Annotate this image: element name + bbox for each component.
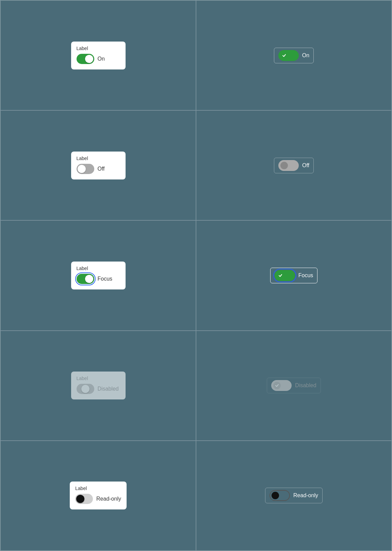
inline-on-container: On [274,48,314,63]
cell-disabled-inline: Disabled [196,331,392,441]
card-readonly: Label Read-only [70,482,127,509]
toggle-on-knob [85,55,93,63]
card-on-content: On [77,54,120,64]
toggle-focus-knob [85,275,93,283]
toggle-readonly-switch [75,494,93,504]
inline-disabled-text: Disabled [295,382,316,389]
compact-focus-icon [277,272,284,279]
card-off-content: Off [77,164,120,174]
card-on: Label On [71,42,126,69]
toggle-on-switch[interactable] [77,54,94,64]
toggle-disabled-switch [77,384,94,394]
cell-readonly-inline: Read-only [196,441,392,551]
toggle-showcase-grid: Label On On Label [0,0,392,551]
card-disabled: Label Disabled [71,372,126,399]
card-off: Label Off [71,152,126,179]
inline-on-text: On [302,52,309,59]
toggle-disabled-knob [81,385,89,393]
card-readonly-label: Label [75,486,121,491]
cell-focus-card: Label Focus [0,220,196,330]
compact-on-toggle[interactable] [278,50,299,61]
toggle-focus-text: Focus [98,276,113,282]
cell-disabled-card: Label Disabled [0,331,196,441]
card-focus-content: Focus [77,274,120,284]
inline-readonly-text: Read-only [293,492,318,499]
toggle-readonly-knob [76,495,84,503]
toggle-focus-switch[interactable] [77,274,94,284]
toggle-off-text: Off [98,166,105,172]
compact-disabled-toggle [271,380,292,391]
svg-point-1 [282,163,287,168]
inline-readonly-container: Read-only [265,488,323,503]
inline-focus-text: Focus [298,272,313,279]
inline-off-text: Off [302,162,309,169]
card-disabled-content: Disabled [77,384,120,394]
compact-focus-toggle[interactable] [275,270,295,281]
inline-focus-container: Focus [270,268,318,283]
card-focus-label: Label [77,266,120,271]
compact-on-icon [280,52,288,59]
cell-readonly-card: Label Read-only [0,441,196,551]
inline-off-container: Off [274,158,314,173]
toggle-disabled-text: Disabled [98,386,119,392]
card-disabled-label: Label [77,376,120,381]
toggle-on-text: On [98,56,105,62]
compact-off-icon [280,162,288,169]
toggle-off-knob [78,165,86,173]
toggle-readonly-text: Read-only [96,496,121,502]
compact-readonly-toggle [270,490,290,501]
cell-on-inline: On [196,0,392,110]
compact-off-toggle[interactable] [278,160,299,171]
cell-off-card: Label Off [0,110,196,220]
cell-on-card: Label On [0,0,196,110]
card-focus: Label Focus [71,262,126,289]
svg-point-4 [273,493,278,498]
cell-focus-inline: Focus [196,220,392,330]
card-readonly-content: Read-only [75,494,121,504]
card-off-label: Label [77,156,120,161]
compact-disabled-icon [273,382,281,389]
card-on-label: Label [77,46,120,51]
compact-readonly-icon [272,492,279,499]
toggle-off-switch[interactable] [77,164,94,174]
inline-disabled-container: Disabled [267,378,321,393]
cell-off-inline: Off [196,110,392,220]
